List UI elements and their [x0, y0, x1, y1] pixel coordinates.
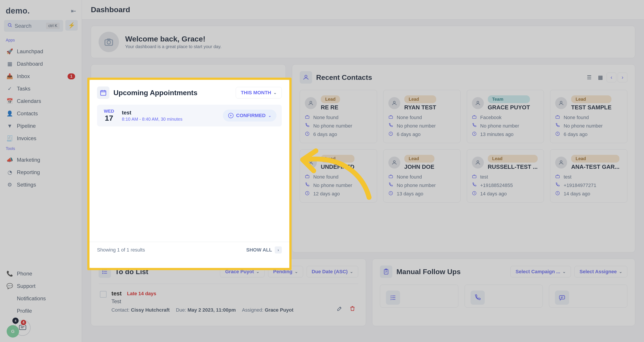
contact-card[interactable]: Team GRACE PUYOT Facebook No phone numbe…	[467, 90, 544, 143]
lightning-icon: ⚡	[68, 22, 75, 29]
chevron-down-icon: ⌄	[256, 269, 260, 274]
phone-icon	[388, 123, 394, 129]
appointments-range-select[interactable]: THIS MONTH ⌄	[236, 87, 282, 98]
svg-point-35	[102, 270, 103, 270]
sidebar-item-support[interactable]: 💬Support	[3, 280, 79, 292]
dark-badge: 4	[12, 318, 18, 324]
list-check-icon	[386, 290, 400, 305]
clock-icon	[305, 191, 310, 197]
sidebar-item-invoices[interactable]: 🧾Invoices	[3, 132, 79, 145]
sidebar-item-profile[interactable]: Profile	[3, 305, 79, 317]
contact-avatar	[555, 97, 567, 109]
sidebar-item-calendars[interactable]: 📅Calendars	[3, 95, 79, 107]
todo-checkbox[interactable]	[100, 291, 106, 298]
gear-icon: ⚙	[7, 182, 13, 188]
prev-page-button[interactable]: ‹	[606, 73, 616, 82]
page-title: Dashboard	[82, 0, 644, 20]
notification-count: 4	[20, 319, 26, 325]
contact-source: None found	[564, 115, 589, 120]
sms-stat-icon	[555, 290, 569, 305]
contact-card[interactable]: Lead UNDEFINED None found No phone numbe…	[300, 149, 377, 203]
contact-when: 6 days ago	[313, 131, 337, 137]
phone-icon	[388, 182, 394, 189]
avatar-widget[interactable]: 4 4 G	[7, 320, 24, 337]
sidebar-item-pipeline[interactable]: ▼Pipeline	[3, 120, 79, 132]
contact-tag: Lead	[571, 95, 612, 103]
assignee-select[interactable]: Select Assignee⌄	[574, 266, 628, 277]
search-label: Search	[14, 23, 32, 29]
followup-stat-card[interactable]	[380, 285, 458, 308]
clock-icon	[388, 131, 394, 137]
contact-tag: Lead	[321, 155, 354, 162]
briefcase-icon	[472, 174, 478, 180]
todo-sort-filter[interactable]: Due Date (ASC)⌄	[306, 266, 358, 277]
clock-icon	[388, 191, 394, 197]
contact-source: None found	[397, 174, 422, 180]
appointment-status-chip[interactable]: + CONFIRMED ⌄	[223, 110, 276, 121]
sidebar-item-launchpad[interactable]: 🚀Launchpad	[3, 45, 79, 58]
svg-rect-18	[556, 116, 560, 118]
contact-source: Facebook	[480, 115, 502, 120]
inbox-badge: 1	[68, 73, 75, 79]
search-shortcut: ctrl K	[46, 23, 60, 29]
list-view-button[interactable]: ☰	[584, 73, 594, 82]
appointment-item[interactable]: WED 17 test 8:10 AM - 8:40 AM, 30 minute…	[97, 105, 282, 126]
delete-button[interactable]	[348, 304, 357, 313]
contact-phone: No phone number	[313, 123, 352, 129]
contact-phone: No phone number	[397, 123, 436, 129]
contact-source: None found	[313, 115, 338, 120]
contact-card[interactable]: Lead TEST SAMPLE None found No phone num…	[550, 90, 628, 143]
sidebar-item-reporting[interactable]: ◔Reporting	[3, 166, 79, 179]
contact-avatar	[305, 156, 317, 168]
svg-point-14	[477, 101, 479, 103]
contact-avatar	[388, 156, 400, 168]
camera-icon[interactable]	[98, 32, 119, 52]
contact-tag: Lead	[321, 95, 340, 103]
todo-title: To do List	[115, 268, 148, 276]
search-icon	[8, 23, 12, 29]
sidebar-item-settings[interactable]: ⚙Settings	[3, 179, 79, 191]
appointment-title: test	[122, 110, 182, 116]
manual-followups-card: Manual Follow Ups Select Campaign ...⌄ S…	[372, 259, 635, 326]
phone-icon	[305, 123, 310, 129]
grid-view-button[interactable]: ▦	[596, 73, 605, 82]
search-button[interactable]: Search ctrl K	[4, 20, 63, 32]
contact-tag: Lead	[404, 95, 436, 103]
followup-stat-card[interactable]	[464, 285, 543, 308]
sidebar-item-notifications[interactable]: Notifications	[3, 292, 79, 305]
megaphone-icon: 📣	[7, 157, 13, 163]
user-avatar: G	[7, 325, 19, 337]
contact-card[interactable]: Lead RUSSELL-TEST ... test +19188524855 …	[467, 149, 544, 203]
contact-phone: No phone number	[397, 183, 436, 188]
welcome-title: Welcome back, Grace!	[125, 35, 222, 43]
sidebar-item-marketing[interactable]: 📣Marketing	[3, 154, 79, 166]
contact-card[interactable]: Lead JOHN DOE None found No phone number…	[383, 149, 460, 203]
svg-rect-15	[472, 116, 476, 118]
chevron-down-icon: ⌄	[268, 114, 271, 118]
contact-card[interactable]: Lead ANA-TEST GAR... test +19184977271 1…	[550, 149, 628, 203]
contact-name: ANA-TEST GAR...	[571, 163, 620, 170]
sidebar-item-dashboard[interactable]: ▦Dashboard	[3, 58, 79, 70]
show-all-button[interactable]: SHOW ALL ›	[246, 246, 282, 254]
sidebar-item-tasks[interactable]: ✓Tasks	[3, 83, 79, 95]
bell-icon	[7, 295, 13, 302]
svg-point-7	[305, 75, 307, 77]
followup-stat-card[interactable]	[549, 285, 628, 308]
contact-phone: +19184977271	[564, 183, 596, 188]
quick-action-button[interactable]: ⚡	[65, 20, 78, 31]
contact-card[interactable]: Lead RE RE None found No phone number 6 …	[300, 90, 377, 143]
svg-rect-2	[19, 325, 26, 329]
chevron-down-icon: ⌄	[273, 90, 277, 95]
appointments-title: Upcoming Appointments	[114, 89, 198, 97]
sidebar-item-contacts[interactable]: 👤Contacts	[3, 107, 79, 120]
campaign-select[interactable]: Select Campaign ...⌄	[510, 266, 571, 277]
sidebar-item-inbox[interactable]: 📥Inbox1	[3, 70, 79, 83]
next-page-button[interactable]: ›	[618, 73, 628, 82]
sidebar-item-phone[interactable]: 📞Phone	[3, 267, 79, 280]
edit-button[interactable]	[335, 304, 344, 313]
phone-icon	[305, 182, 310, 189]
todo-item[interactable]: test Late 14 days Test Contact: Cissy Hu…	[98, 284, 358, 319]
contact-name: JOHN DOE	[404, 163, 434, 170]
contact-card[interactable]: Lead RYAN TEST None found No phone numbe…	[383, 90, 460, 143]
collapse-sidebar-button[interactable]: ⇤	[71, 7, 76, 15]
